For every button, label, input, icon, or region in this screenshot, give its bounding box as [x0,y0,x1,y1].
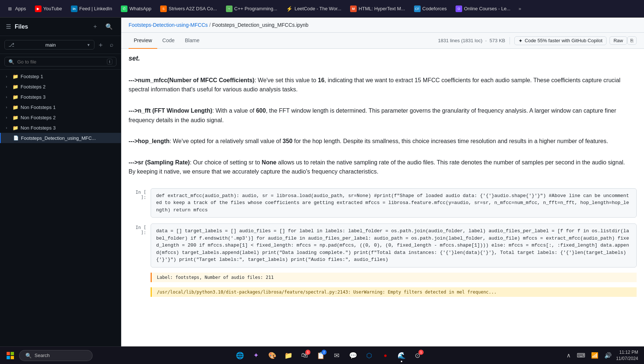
copilot-badge[interactable]: ✦ Code 55% faster with GitHub Copilot [514,36,607,45]
paint-app-icon: 🎨 [268,352,276,360]
tab-leetcode[interactable]: ⚡ LeetCode - The Wor... [283,2,345,15]
rider-app-icon: ● [384,352,387,359]
taskbar-discord[interactable]: 💬 [346,348,360,363]
tab-cpp-label: C++ Programming... [234,6,277,11]
keyboard-icon[interactable]: ⌨ [575,350,587,360]
sidebar-item-footstep1[interactable]: › 📁 Footstep 1 [0,71,121,81]
tab-codeforces[interactable]: CF Codeforces [410,2,450,15]
taskbar-edge[interactable]: 🌊 [394,348,409,363]
taskbar-office[interactable]: 📋 2 [313,348,328,363]
store-badge: 1 [305,350,310,355]
tab-strivers[interactable]: S Strivers A2Z DSA Co... [156,2,221,15]
file-icon: 📄 [13,135,19,141]
folder-name: Footstep 1 [21,74,43,79]
cell-set-text: set. [129,53,629,64]
sidebar-item-nonfootsteps3[interactable]: › 📁 Non Footsteps 3 [0,123,121,133]
tab-youtube[interactable]: ▶ YouTube [31,2,66,15]
arrow4: ---> [129,159,138,165]
folder-icon: 📁 [12,115,18,120]
chevron-icon: › [6,105,10,109]
network-icon[interactable]: 📶 [590,350,600,360]
cell-label-2: In [ ]: [121,222,151,269]
taskbar-paint[interactable]: 🎨 [265,348,280,363]
tab-apps-label: Apps [15,6,26,11]
search-files-button[interactable]: 🔍 [103,22,115,31]
cell-set: set. [121,49,644,73]
text3: : We've opted for a relatively small val… [170,138,608,144]
sidebar-item-nonfootsteps2[interactable]: › 📁 Non Footsteps 2 [0,112,121,123]
add-file-button[interactable]: ＋ [90,22,100,31]
folder-name: Non Footsteps 1 [21,105,55,110]
tab-cpp[interactable]: ~ C++ Programming... [222,2,281,15]
bold3: hop_length [138,138,169,144]
go-to-file-input[interactable] [17,59,104,65]
windows-search[interactable]: 🔍 Search [19,350,93,361]
taskbar-copilot[interactable]: ✦ [249,348,263,363]
volume-icon[interactable]: 🔊 [603,350,613,360]
tab-apps[interactable]: ⊞ Apps [3,2,30,15]
online-icon: O [456,6,462,12]
html-icon: M [350,6,357,12]
office-badge: 2 [321,350,327,355]
more-tabs-button[interactable]: » [515,4,524,13]
taskbar-vscode[interactable]: ⬡ [362,348,377,363]
folder-icon: 📁 [12,84,18,90]
add-branch-button[interactable]: ＋ [94,39,107,51]
tab-whatsapp-label: WhatsApp [129,6,151,11]
raw-button[interactable]: Raw [609,36,627,45]
search-branch-button[interactable]: ⌕ [107,40,116,50]
tab-strivers-label: Strivers A2Z DSA Co... [169,6,217,11]
tab-blame[interactable]: Blame [180,33,205,49]
system-time[interactable]: 11:12 PM 11/07/2024 [616,349,638,362]
tab-code[interactable]: Code [157,33,180,49]
svg-rect-2 [7,356,10,359]
linkedin-icon: in [71,6,78,12]
cell-label-1: In [ ]: [121,187,151,219]
tab-youtube-label: YouTube [43,6,62,11]
tab-whatsapp[interactable]: ✆ WhatsApp [117,2,155,15]
chevron-icon: › [6,85,10,89]
leetcode-icon: ⚡ [286,6,293,12]
folder-icon: 📁 [12,74,18,79]
taskbar-store[interactable]: 🛍 1 [297,348,312,363]
sidebar-item-notebook[interactable]: › 📄 Footsteps_Detection_using_MFC... [0,133,121,143]
chevron-tray-icon[interactable]: ∧ [565,350,572,360]
copy-button[interactable]: ⎘ [627,36,637,45]
tab-preview[interactable]: Preview [129,33,157,49]
taskbar-rider[interactable]: ● [378,348,393,363]
search-icon: 🔍 [8,59,14,65]
breadcrumb-parent-link[interactable]: Footsteps-Detection-using-MFCCs [129,22,208,28]
sidebar-item-footsteps2[interactable]: › 📁 Footsteps 2 [0,81,121,92]
branch-dropdown[interactable]: ⎇ main ▼ [4,40,94,50]
warning-label-1 [121,287,151,298]
taskbar-explorer[interactable]: 📁 [281,348,296,363]
notebook-content: set. --->num_mfcc(Number of MFCC Coeffic… [121,49,644,346]
cell-body-2: data = [] target_labels = [] audio_files… [151,222,644,269]
arrow3: ---> [129,138,138,144]
branch-chevron-icon: ▼ [87,43,90,47]
code-content-1[interactable]: def extract_mfcc(audio_path): audio, sr … [151,188,637,218]
files-icon: ☰ [6,23,11,30]
svg-rect-3 [11,356,14,359]
tab-html[interactable]: M HTML: HyperText M... [346,2,409,15]
taskbar-browser[interactable]: 🌐 [233,348,247,363]
num3: 350 [283,138,292,144]
go-to-file-box[interactable]: 🔍 t [4,57,116,66]
vscode-app-icon: ⬡ [366,352,372,360]
code-content-2[interactable]: data = [] target_labels = [] audio_files… [151,223,637,267]
tab-online[interactable]: O Online Courses - Le... [452,2,514,15]
taskbar-mail[interactable]: ✉ [330,348,344,363]
codeforces-icon: CF [414,6,421,12]
sidebar-item-nonfootsteps1[interactable]: › 📁 Non Footsteps 1 [0,102,121,112]
tab-linkedin[interactable]: in Feed | LinkedIn [67,2,116,15]
para-num-mfcc: --->num_mfcc(Number of MFCC Coefficients… [129,76,629,94]
sidebar-item-footsteps3[interactable]: › 📁 Footsteps 3 [0,92,121,102]
taskbar-chrome[interactable]: ⊙ 1 [410,348,425,363]
whatsapp-icon: ✆ [121,6,127,12]
file-size: 573 KB [490,38,506,43]
bold2: n_fft (FFT Window Length) [138,108,212,114]
breadcrumb-current: Footsteps_Detection_using_MFCCs.ipynb [212,22,308,28]
strivers-icon: S [160,6,167,12]
file-name: Footsteps_Detection_using_MFC... [21,135,96,141]
start-button[interactable] [3,348,18,363]
